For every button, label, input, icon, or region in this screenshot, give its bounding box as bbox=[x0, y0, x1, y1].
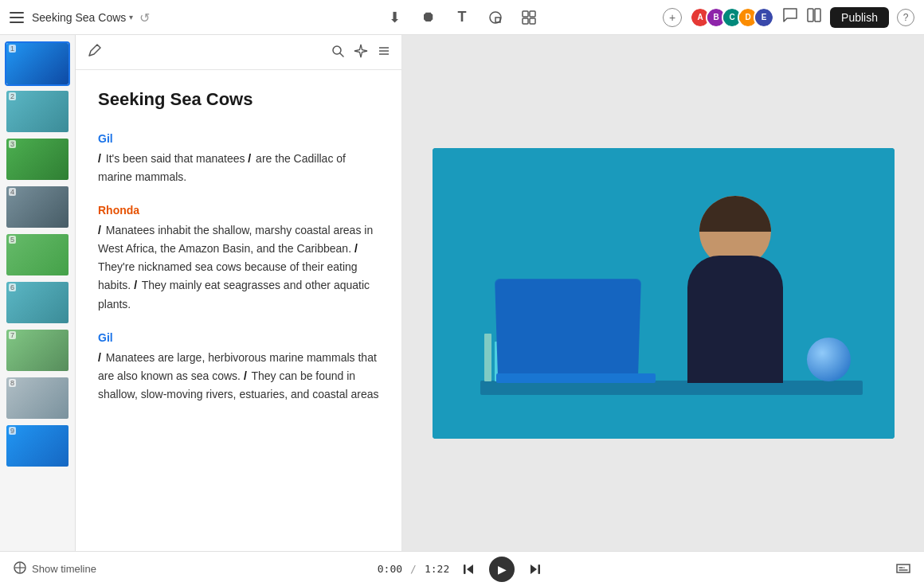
document-title[interactable]: Seeking Sea Cows ▾ bbox=[32, 11, 133, 24]
help-icon[interactable]: ? bbox=[897, 9, 914, 26]
svg-point-23 bbox=[903, 567, 905, 568]
text-icon[interactable]: T bbox=[452, 8, 472, 27]
script-marker: / bbox=[354, 242, 358, 255]
collaborator-avatars: A B C D E bbox=[690, 7, 774, 28]
toolbar-center: ⬇ ⏺ T bbox=[313, 8, 610, 27]
preview-panel bbox=[402, 35, 924, 551]
script-marker: / bbox=[244, 369, 247, 382]
slide-thumbnail-7[interactable]: 7 bbox=[5, 328, 70, 373]
slide-preview bbox=[433, 148, 895, 439]
slide-thumbnail-2[interactable]: 2 bbox=[5, 89, 70, 134]
skip-forward-button[interactable] bbox=[524, 558, 546, 580]
script-marker: / bbox=[134, 279, 137, 291]
play-controls: ▶ bbox=[457, 557, 546, 582]
script-title: Seeking Sea Cows bbox=[98, 89, 379, 110]
search-icon[interactable] bbox=[331, 45, 344, 61]
script-block-2: Rhonda / Manatees inhabit the shallow, m… bbox=[98, 204, 379, 313]
svg-rect-7 bbox=[815, 9, 820, 21]
time-separator: / bbox=[410, 563, 417, 575]
laptop-screen bbox=[495, 279, 641, 373]
person-hair bbox=[699, 196, 771, 232]
grid-icon[interactable] bbox=[519, 8, 538, 27]
slide-thumbnail-4[interactable]: 4 bbox=[5, 185, 70, 229]
record-icon[interactable]: ⏺ bbox=[419, 8, 438, 27]
laptop-decoration bbox=[496, 279, 656, 383]
speaker-label-rhonda: Rhonda bbox=[98, 204, 379, 217]
laptop-base bbox=[496, 373, 656, 383]
svg-marker-19 bbox=[531, 565, 537, 574]
list-icon[interactable] bbox=[378, 45, 390, 61]
script-block-3: Gil / Manatees are large, herbivorous ma… bbox=[98, 331, 379, 404]
svg-rect-20 bbox=[538, 565, 541, 574]
svg-rect-4 bbox=[523, 18, 528, 24]
shapes-icon[interactable] bbox=[486, 8, 505, 27]
svg-line-9 bbox=[340, 53, 343, 57]
captions-button[interactable] bbox=[895, 561, 911, 577]
total-time: 1:22 bbox=[425, 563, 449, 575]
slide-number: 3 bbox=[9, 140, 16, 148]
script-text-2[interactable]: / Manatees inhabit the shallow, marshy c… bbox=[98, 221, 379, 313]
slide-number: 7 bbox=[9, 331, 16, 339]
slide-number: 9 bbox=[9, 427, 16, 435]
script-text-3[interactable]: / Manatees are large, herbivorous marine… bbox=[98, 349, 379, 404]
svg-rect-3 bbox=[530, 11, 535, 17]
current-time: 0:00 bbox=[378, 563, 402, 575]
slide-thumbnail-6[interactable]: 6 bbox=[5, 280, 70, 325]
top-bar: Seeking Sea Cows ▾ ↺ ⬇ ⏺ T + A B C D E P… bbox=[0, 0, 924, 35]
script-marker: / bbox=[98, 224, 101, 236]
download-icon[interactable]: ⬇ bbox=[386, 8, 405, 27]
menu-icon[interactable] bbox=[10, 10, 25, 25]
script-marker: / bbox=[98, 351, 101, 364]
speaker-label-gil-2: Gil bbox=[98, 331, 379, 344]
slide-thumbnail-8[interactable]: 8 bbox=[5, 376, 70, 420]
add-collaborator-button[interactable]: + bbox=[663, 8, 682, 27]
show-timeline-label: Show timeline bbox=[32, 563, 96, 575]
publish-button[interactable]: Publish bbox=[830, 7, 889, 28]
script-marker: / bbox=[248, 152, 251, 165]
scene bbox=[433, 148, 895, 439]
comment-icon[interactable] bbox=[782, 7, 798, 27]
slide-number: 2 bbox=[9, 92, 16, 100]
slide-number: 5 bbox=[9, 236, 16, 244]
script-text-1[interactable]: / It's been said that manatees / are the… bbox=[98, 150, 379, 186]
undo-icon[interactable]: ↺ bbox=[139, 10, 154, 25]
skip-back-button[interactable] bbox=[457, 558, 480, 580]
avatar: E bbox=[754, 7, 774, 28]
script-toolbar bbox=[76, 35, 401, 70]
script-marker: / bbox=[98, 152, 101, 165]
slide-number: 6 bbox=[9, 283, 16, 291]
ai-sparkle-icon[interactable] bbox=[354, 44, 368, 61]
svg-rect-5 bbox=[530, 18, 535, 24]
slide-number: 1 bbox=[9, 45, 16, 53]
timeline-icon bbox=[13, 561, 27, 578]
script-content: Seeking Sea Cows Gil / It's been said th… bbox=[76, 70, 401, 551]
svg-rect-18 bbox=[464, 565, 466, 574]
slide-thumbnail-1[interactable]: 1 bbox=[5, 41, 70, 86]
slide-thumbnail-5[interactable]: 5 bbox=[5, 232, 70, 277]
svg-marker-10 bbox=[354, 45, 367, 57]
layout-icon[interactable] bbox=[806, 7, 822, 27]
sphere-decoration bbox=[807, 338, 851, 381]
svg-rect-2 bbox=[523, 11, 528, 17]
bottom-center: 0:00 / 1:22 ▶ bbox=[312, 557, 612, 582]
slide-panel: 1 2 3 4 5 6 7 8 bbox=[0, 35, 76, 551]
script-toolbar-right bbox=[331, 44, 390, 61]
slide-number: 4 bbox=[9, 188, 16, 196]
slide-thumbnail-3[interactable]: 3 bbox=[5, 137, 70, 182]
bottom-bar: Show timeline 0:00 / 1:22 ▶ bbox=[0, 551, 924, 586]
slide-number: 8 bbox=[9, 379, 16, 387]
slide-thumbnail-9[interactable]: 9 bbox=[5, 424, 70, 468]
play-button[interactable]: ▶ bbox=[489, 557, 515, 582]
script-panel: Seeking Sea Cows Gil / It's been said th… bbox=[76, 35, 402, 551]
script-toolbar-left bbox=[87, 44, 101, 61]
pen-icon[interactable] bbox=[87, 44, 101, 61]
bottom-right bbox=[612, 561, 911, 577]
person-body bbox=[687, 256, 783, 383]
top-bar-left: Seeking Sea Cows ▾ ↺ bbox=[10, 10, 307, 25]
person-decoration bbox=[671, 192, 799, 383]
title-chevron-icon: ▾ bbox=[129, 13, 133, 21]
svg-marker-17 bbox=[467, 565, 473, 574]
speaker-label-gil: Gil bbox=[98, 132, 379, 145]
show-timeline-button[interactable]: Show timeline bbox=[13, 561, 96, 578]
main-content: 1 2 3 4 5 6 7 8 bbox=[0, 35, 924, 551]
